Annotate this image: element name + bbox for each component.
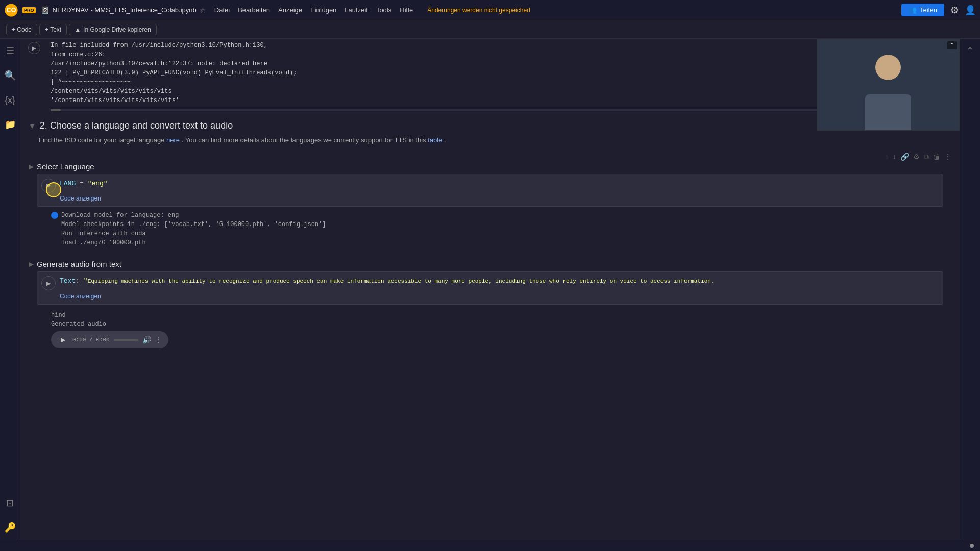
menu-anzeige[interactable]: Anzeige xyxy=(278,6,302,14)
select-language-title: Select Language xyxy=(37,162,94,171)
video-overlay: ⌃ xyxy=(817,39,960,131)
select-language-code-cell: ▶ LANG = "eng" Code anzeigen xyxy=(37,174,943,207)
top-right-controls: 👥 Teilen ⚙ 👤 xyxy=(901,4,976,16)
unsaved-message: Änderungen werden nicht gespeichert xyxy=(427,7,530,14)
left-sidebar: ☰ 🔍 {x} 📁 ⊡ 🔑 xyxy=(0,39,20,540)
drive-label: In Google Drive kopieren xyxy=(83,26,151,33)
video-minimize-button[interactable]: ⌃ xyxy=(947,41,957,49)
lang-code-editor[interactable]: LANG = "eng" xyxy=(60,174,943,193)
generate-audio-section: ▶ Generate audio from text ▶ Text: "Equi… xyxy=(20,256,960,353)
run-btn-container: ▶ xyxy=(41,179,56,193)
output-row-icon: Download model for language: eng xyxy=(51,211,947,220)
section-number: 2. xyxy=(40,120,47,131)
text-value: Equipping machines with the ability to r… xyxy=(88,278,715,284)
output-line-lang-4: load ./eng/G_100000.pth xyxy=(61,238,947,247)
cell-toolbar-row-1: ↑ ↓ 🔗 ⚙ ⧉ 🗑 ⋮ xyxy=(20,152,960,162)
share-label: Teilen xyxy=(920,6,937,14)
generate-audio-collapse-arrow[interactable]: ▶ xyxy=(29,260,34,268)
table-link[interactable]: table xyxy=(428,136,442,144)
sidebar-code-icon[interactable]: {x} xyxy=(2,92,18,108)
sidebar-key-icon[interactable]: 🔑 xyxy=(2,519,18,536)
output-line-lang-2: Model checkpoints in ./eng: ['vocab.txt'… xyxy=(61,220,947,229)
text-label: Text xyxy=(60,277,76,285)
desc-text-3: . xyxy=(444,136,446,144)
cell-run-btn-1[interactable]: ▶ xyxy=(28,42,40,54)
desc-text-2: . You can find more details about the la… xyxy=(182,136,426,144)
svg-text:CO: CO xyxy=(7,7,16,14)
save-to-drive-button[interactable]: ▲ In Google Drive kopieren xyxy=(69,24,157,35)
output-line-lang-3: Run inference with cuda xyxy=(61,229,947,238)
person-head xyxy=(875,55,901,80)
output-lines-lang: Model checkpoints in ./eng: ['vocab.txt'… xyxy=(51,220,947,247)
section-2-description: Find the ISO code for your target langua… xyxy=(20,135,960,152)
status-dot xyxy=(970,544,974,548)
cell-down-icon[interactable]: ↓ xyxy=(893,153,896,161)
audio-volume-button[interactable]: 🔊 xyxy=(142,336,151,344)
cell-up-icon[interactable]: ↑ xyxy=(885,153,889,161)
select-language-section: ▶ Select Language ▶ LANG = "eng" xyxy=(20,162,960,252)
right-sidebar-expand-icon[interactable]: ⌃ xyxy=(962,43,978,59)
cell-link-icon[interactable]: 🔗 xyxy=(900,153,909,161)
cell-gutter: ▶ xyxy=(37,174,60,193)
section-2-collapse-arrow[interactable]: ▼ xyxy=(29,122,36,130)
person-body xyxy=(865,94,911,130)
menu-bearbeiten[interactable]: Bearbeiten xyxy=(238,6,270,14)
here-link[interactable]: here xyxy=(166,136,180,144)
cell-copy-icon[interactable]: ⧉ xyxy=(924,153,929,161)
menu-einfuegen[interactable]: Einfügen xyxy=(310,6,336,14)
star-icon[interactable]: ☆ xyxy=(200,6,206,14)
audio-cell-output: hind Generated audio ▶ 0:00 / 0:00 🔊 ⋮ xyxy=(29,307,951,353)
output-status-dot xyxy=(51,212,58,219)
file-title: NERDYNAV - MMS_TTS_Inference_Colab.ipynb xyxy=(53,6,197,14)
cell-delete-icon[interactable]: 🗑 xyxy=(933,153,940,161)
audio-play-button[interactable]: ▶ xyxy=(57,334,68,345)
section-2-title: 2. Choose a language and convert text to… xyxy=(40,120,233,131)
text-quote-open: " xyxy=(84,277,88,285)
user-avatar[interactable]: 👤 xyxy=(965,5,976,16)
add-text-button[interactable]: + Text xyxy=(39,24,67,35)
colab-logo-icon: CO xyxy=(4,3,18,17)
cell-settings-icon[interactable]: ⚙ xyxy=(913,153,920,161)
file-name: 📓 NERDYNAV - MMS_TTS_Inference_Colab.ipy… xyxy=(41,6,206,14)
run-button-audio[interactable]: ▶ xyxy=(41,276,56,290)
sidebar-search-icon[interactable]: 🔍 xyxy=(2,67,18,84)
audio-more-button[interactable]: ⋮ xyxy=(155,336,162,344)
menu-tools[interactable]: Tools xyxy=(376,6,391,14)
generate-audio-title: Generate audio from text xyxy=(37,260,121,268)
audio-progress-bar[interactable] xyxy=(114,339,138,341)
pro-badge: PRO xyxy=(22,7,36,13)
settings-icon[interactable]: ⚙ xyxy=(950,5,959,16)
right-sidebar: ⌃ xyxy=(960,39,980,540)
generate-audio-code-cell: ▶ Text: "Equipping machines with the abi… xyxy=(37,271,943,305)
sidebar-terminal-icon[interactable]: ⊡ xyxy=(2,495,18,511)
drive-icon: ▲ xyxy=(75,26,81,33)
notebook-toolbar: + Code + Text ▲ In Google Drive kopieren xyxy=(0,20,980,39)
top-bar: CO PRO 📓 NERDYNAV - MMS_TTS_Inference_Co… xyxy=(0,0,980,20)
code-cell-inner: ▶ LANG = "eng" xyxy=(37,174,943,193)
notebook-content: ⌃ ▶ In file included from /usr/include/p… xyxy=(20,39,960,540)
cell-more-icon[interactable]: ⋮ xyxy=(944,153,951,161)
menu-datei[interactable]: Datei xyxy=(214,6,230,14)
menu-hilfe[interactable]: Hilfe xyxy=(400,6,413,14)
scroll-thumb xyxy=(51,109,61,111)
share-button[interactable]: 👥 Teilen xyxy=(901,4,944,16)
desc-text-1: Find the ISO code for your target langua… xyxy=(39,136,164,144)
main-area: ☰ 🔍 {x} 📁 ⊡ 🔑 ⌃ ▶ In file included from … xyxy=(0,39,980,540)
status-bar xyxy=(0,540,980,551)
show-code-link-2[interactable]: Code anzeigen xyxy=(37,291,943,304)
output-lang-name: hind xyxy=(51,311,947,320)
select-language-collapse-arrow[interactable]: ▶ xyxy=(29,163,34,170)
notebook-icon: 📓 xyxy=(41,6,50,14)
sidebar-files-icon[interactable]: 📁 xyxy=(2,116,18,133)
sidebar-menu-icon[interactable]: ☰ xyxy=(2,43,18,59)
lang-value: "eng" xyxy=(88,180,108,187)
add-code-button[interactable]: + Code xyxy=(6,24,37,35)
output-generated-label: Generated audio xyxy=(51,320,947,329)
run-button-lang[interactable]: ▶ xyxy=(41,179,56,193)
select-language-header: ▶ Select Language xyxy=(29,162,951,171)
menu-laufzeit[interactable]: Laufzeit xyxy=(345,6,368,14)
menu-bar: Datei Bearbeiten Anzeige Einfügen Laufze… xyxy=(214,6,531,14)
audio-code-editor[interactable]: Text: "Equipping machines with the abili… xyxy=(60,272,943,291)
output-line-lang-1: Download model for language: eng xyxy=(61,211,179,220)
show-code-link-1[interactable]: Code anzeigen xyxy=(37,193,943,206)
